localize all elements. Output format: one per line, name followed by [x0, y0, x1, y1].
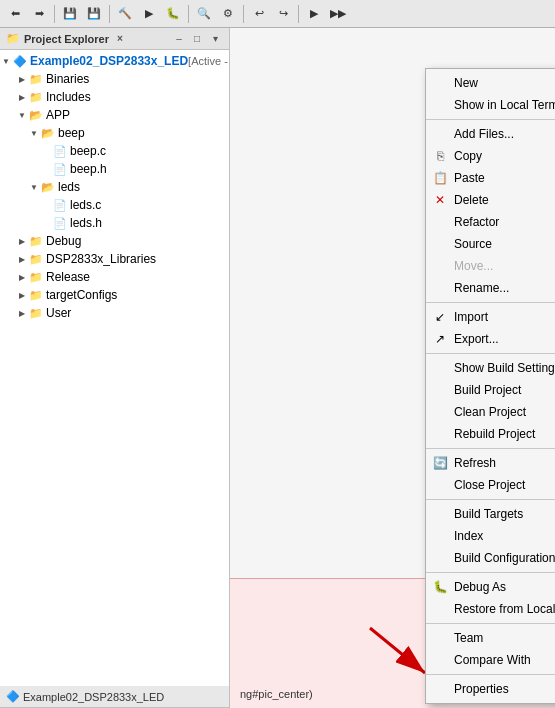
toggle-targetconfigs[interactable]: ▶ — [16, 289, 28, 301]
menu-item-delete[interactable]: ✕ Delete Delete — [426, 189, 555, 211]
toolbar-sep-1 — [54, 5, 55, 23]
menu-item-new[interactable]: New ▶ — [426, 72, 555, 94]
icon-folder-leds: 📂 — [40, 179, 56, 195]
toggle-leds[interactable]: ▼ — [28, 181, 40, 193]
tree-item-beep-h[interactable]: 📄 beep.h — [0, 160, 229, 178]
menu-item-refactor[interactable]: Refactor ▶ — [426, 211, 555, 233]
toggle-release[interactable]: ▶ — [16, 271, 28, 283]
menu-label-delete: Delete — [454, 193, 555, 207]
panel-title-icon: 📁 — [6, 32, 20, 45]
toolbar-search-btn[interactable]: 🔍 — [193, 3, 215, 25]
toolbar-back-btn[interactable]: ⬅ — [4, 3, 26, 25]
svg-line-1 — [370, 628, 425, 673]
menu-item-rename[interactable]: Rename... F2 — [426, 277, 555, 299]
panel-arrow-btn[interactable]: ▾ — [207, 31, 223, 47]
tree-item-includes[interactable]: ▶ 📁 Includes — [0, 88, 229, 106]
icon-folder-dsp-libs: 📁 — [28, 251, 44, 267]
menu-item-properties[interactable]: Properties Alt+Enter — [426, 678, 555, 700]
tree-item-user[interactable]: ▶ 📁 User — [0, 304, 229, 322]
menu-item-move[interactable]: Move... — [426, 255, 555, 277]
tree-item-leds[interactable]: ▼ 📂 leds — [0, 178, 229, 196]
paste-icon: 📋 — [432, 170, 448, 186]
menu-label-compare-with: Compare With — [454, 653, 555, 667]
menu-label-build-configurations: Build Configurations — [454, 551, 555, 565]
status-project-name: Example02_DSP2833x_LED — [23, 691, 164, 703]
icon-folder-user: 📁 — [28, 305, 44, 321]
tree-label-app: APP — [46, 108, 70, 122]
toolbar-undo-btn[interactable]: ↩ — [248, 3, 270, 25]
menu-item-build-project[interactable]: Build Project — [426, 379, 555, 401]
tree-item-debug[interactable]: ▶ 📁 Debug — [0, 232, 229, 250]
tree-item-release[interactable]: ▶ 📁 Release — [0, 268, 229, 286]
menu-item-team[interactable]: Team ▶ — [426, 627, 555, 649]
copy-icon: ⎘ — [432, 148, 448, 164]
project-explorer-panel: 📁 Project Explorer × – □ ▾ ▼ 🔷 Example02… — [0, 28, 230, 708]
menu-item-compare-with[interactable]: Compare With ▶ — [426, 649, 555, 671]
toolbar-play-btn[interactable]: ▶ — [303, 3, 325, 25]
tree-item-root[interactable]: ▼ 🔷 Example02_DSP2833x_LED [Active - Deb… — [0, 52, 229, 70]
tree-item-targetconfigs[interactable]: ▶ 📁 targetConfigs — [0, 286, 229, 304]
tree-label-beep-c: beep.c — [70, 144, 106, 158]
menu-item-clean-project[interactable]: Clean Project — [426, 401, 555, 423]
toggle-beep[interactable]: ▼ — [28, 127, 40, 139]
menu-item-build-configurations[interactable]: Build Configurations ▶ — [426, 547, 555, 569]
toggle-binaries[interactable]: ▶ — [16, 73, 28, 85]
panel-header-icons: – □ ▾ — [171, 31, 223, 47]
menu-item-source[interactable]: Source ▶ — [426, 233, 555, 255]
menu-item-add-files[interactable]: Add Files... — [426, 123, 555, 145]
menu-item-index[interactable]: Index ▶ — [426, 525, 555, 547]
menu-label-build-targets: Build Targets — [454, 507, 555, 521]
toggle-root[interactable]: ▼ — [0, 55, 12, 67]
toggle-includes[interactable]: ▶ — [16, 91, 28, 103]
menu-sep-8 — [426, 674, 555, 675]
menu-item-build-targets[interactable]: Build Targets ▶ — [426, 503, 555, 525]
toolbar-debug-btn[interactable]: 🐛 — [162, 3, 184, 25]
toggle-debug[interactable]: ▶ — [16, 235, 28, 247]
panel-title-text: Project Explorer — [24, 33, 109, 45]
menu-item-paste[interactable]: 📋 Paste Ctrl+V — [426, 167, 555, 189]
menu-item-show-local-terminal[interactable]: Show in Local Terminal ▶ — [426, 94, 555, 116]
menu-item-refresh[interactable]: 🔄 Refresh F5 — [426, 452, 555, 474]
toolbar-save-btn[interactable]: 💾 — [59, 3, 81, 25]
toggle-app[interactable]: ▼ — [16, 109, 28, 121]
menu-sep-1 — [426, 119, 555, 120]
menu-item-rebuild-project[interactable]: Rebuild Project — [426, 423, 555, 445]
panel-minimize-btn[interactable]: – — [171, 31, 187, 47]
tree-item-dsp-libs[interactable]: ▶ 📁 DSP2833x_Libraries — [0, 250, 229, 268]
menu-label-properties: Properties — [454, 682, 555, 696]
toolbar-play2-btn[interactable]: ▶▶ — [327, 3, 349, 25]
tree-item-leds-c[interactable]: 📄 leds.c — [0, 196, 229, 214]
toggle-user[interactable]: ▶ — [16, 307, 28, 319]
tree-item-binaries[interactable]: ▶ 📁 Binaries — [0, 70, 229, 88]
toolbar-fwd-btn[interactable]: ➡ — [28, 3, 50, 25]
menu-item-import[interactable]: ↙ Import ▶ — [426, 306, 555, 328]
panel-close-x[interactable]: × — [117, 33, 123, 44]
tree-label-debug: Debug — [46, 234, 81, 248]
menu-item-copy[interactable]: ⎘ Copy Ctrl+C — [426, 145, 555, 167]
menu-label-show-local-terminal: Show in Local Terminal — [454, 98, 555, 112]
tree-item-beep[interactable]: ▼ 📂 beep — [0, 124, 229, 142]
menu-item-close-project[interactable]: Close Project — [426, 474, 555, 496]
toolbar-run-btn[interactable]: ▶ — [138, 3, 160, 25]
tree-item-leds-h[interactable]: 📄 leds.h — [0, 214, 229, 232]
icon-folder-debug: 📁 — [28, 233, 44, 249]
tree-item-app[interactable]: ▼ 📂 APP — [0, 106, 229, 124]
tree-label-dsp-libs: DSP2833x_Libraries — [46, 252, 156, 266]
tree-label-badge: [Active - Debug] — [188, 55, 229, 67]
menu-label-new: New — [454, 76, 555, 90]
toggle-dsp-libs[interactable]: ▶ — [16, 253, 28, 265]
toolbar-build-btn[interactable]: 🔨 — [114, 3, 136, 25]
tree-label-user: User — [46, 306, 71, 320]
menu-item-debug-as[interactable]: 🐛 Debug As ▶ — [426, 576, 555, 598]
toolbar-settings-btn[interactable]: ⚙ — [217, 3, 239, 25]
tree-item-beep-c[interactable]: 📄 beep.c — [0, 142, 229, 160]
menu-item-build-settings[interactable]: Show Build Settings... — [426, 357, 555, 379]
toolbar-redo-btn[interactable]: ↪ — [272, 3, 294, 25]
context-menu: New ▶ Show in Local Terminal ▶ Add Files… — [425, 68, 555, 704]
status-icon: 🔷 — [6, 690, 20, 703]
toolbar-save2-btn[interactable]: 💾 — [83, 3, 105, 25]
menu-label-close-project: Close Project — [454, 478, 555, 492]
menu-item-restore-local-history[interactable]: Restore from Local History... — [426, 598, 555, 620]
panel-maximize-btn[interactable]: □ — [189, 31, 205, 47]
menu-item-export[interactable]: ↗ Export... — [426, 328, 555, 350]
